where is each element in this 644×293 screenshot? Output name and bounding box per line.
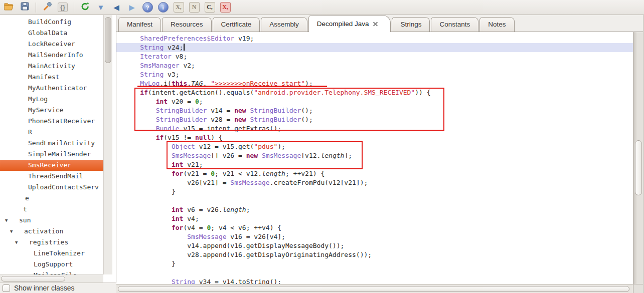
tab-label: Assembly [269,18,299,32]
xml-pane-button[interactable]: X, [173,2,185,14]
nav-down-icon: ▼ [97,4,105,11]
tab-notes[interactable]: Notes [479,17,514,32]
sidebar-item-lockreceiver[interactable]: LockReceiver [0,39,103,50]
code-line: StringBuilder v28 = new StringBuilder(); [116,115,633,124]
tab-label: Constants [439,18,470,32]
sidebar-item-logsupport[interactable]: LogSupport [0,259,103,270]
settings-wrench-icon [43,2,52,13]
code-line: MyLog.i(this.TAG, ">>>>>>>onReceive star… [116,79,633,88]
editor-vertical-scrollbar-thumb[interactable] [635,140,642,195]
code-line [116,268,633,277]
sidebar-item-activation[interactable]: ▼activation [0,226,103,237]
sidebar-item-registries[interactable]: ▼registries [0,237,103,248]
toolbar: {}▼◀▶?iX,NC,X, [0,0,644,15]
settings-wrench-button[interactable] [41,2,53,14]
sidebar-item-label: PhoneStatReceiver [0,117,95,125]
tab-assembly[interactable]: Assembly [261,17,307,32]
sidebar-horizontal-scrollbar-thumb[interactable] [1,276,65,281]
braces-button[interactable]: {} [57,2,69,14]
braces-icon: {} [58,3,68,12]
tree-expander-icon[interactable]: ▼ [15,237,18,248]
info-button[interactable]: i [157,2,169,14]
open-folder-button[interactable] [3,2,15,14]
sidebar-item-sun[interactable]: ▼sun [0,215,103,226]
tab-certificate[interactable]: Certificate [213,17,260,32]
code-line: int v21; [116,160,633,169]
code-line: } [116,187,633,196]
sidebar-item-linetokenizer[interactable]: LineTokenizer [0,248,103,259]
sidebar-footer: Show inner classes [0,282,116,293]
sidebar-item-myservice[interactable]: MyService [0,105,103,116]
sidebar-item-mailcapfile[interactable]: MailcapFile [0,270,103,274]
sidebar-item-label: MainActivity [0,62,75,70]
decompiled-java-code-view[interactable]: SharedPreferences$Editor v19;String v24;… [116,32,633,284]
sidebar-item-sendemailactivity[interactable]: SendEmailActivity [0,138,103,149]
code-line: SmsMessage[] v26 = new SmsMessage[v12.le… [116,151,633,160]
sidebar-item-globaldata[interactable]: GlobalData [0,28,103,39]
editor-vertical-scrollbar[interactable] [633,32,643,284]
code-line: String v24; [116,43,633,52]
notes-pane-button[interactable]: N [188,2,200,14]
nav-forward-button[interactable]: ▶ [126,2,138,14]
code-line: SmsManager v2; [116,61,633,70]
sidebar-item-simplemailsender[interactable]: SimpleMailSender [0,149,103,160]
sidebar-item-label: Manifest [0,73,60,81]
save-icon [21,2,29,13]
editor-horizontal-scrollbar-thumb[interactable] [118,286,629,292]
help-button[interactable]: ? [141,2,153,14]
sidebar-horizontal-scrollbar[interactable] [0,274,103,282]
code-line: String v3; [116,70,633,79]
sidebar-item-buildconfig[interactable]: BuildConfig [0,17,103,28]
notes-pane-icon: N [189,2,200,13]
editor-horizontal-scrollbar[interactable] [116,284,633,293]
save-button[interactable] [19,2,31,14]
sidebar-item-mailsenderinfo[interactable]: MailSenderInfo [0,50,103,61]
code-line: Bundle v15 = intent.getExtras(); [116,124,633,133]
sidebar-item-phonestatreceiver[interactable]: PhoneStatReceiver [0,116,103,127]
refresh-icon [81,2,90,13]
sidebar-vertical-scrollbar-thumb[interactable] [105,17,111,63]
tab-label: Resources [171,18,203,32]
sidebar-item-label: SmsReceiver [0,161,71,169]
code-line: int v4; [116,214,633,223]
code-line: SharedPreferences$Editor v19; [116,34,633,43]
tab-bar: ManifestResourcesCertificateAssemblyDeco… [116,15,644,32]
close-tab-icon[interactable] [373,21,378,27]
sidebar-item-myauthenticator[interactable]: MyAuthenticator [0,83,103,94]
close-pane-icon: X, [220,2,231,13]
tree-expander-icon[interactable]: ▼ [5,215,8,226]
code-line: int v20 = 0; [116,97,633,106]
sidebar-item-uploadcontactsserv[interactable]: UploadContactsServ [0,182,103,193]
sidebar-item-t[interactable]: t [0,204,103,215]
tab-decompiled-java[interactable]: Decompiled Java [308,15,391,32]
sidebar-item-label: SimpleMailSender [0,150,91,158]
close-pane-button[interactable]: X, [219,2,231,14]
refresh-button[interactable] [79,2,91,14]
show-inner-classes-checkbox[interactable] [3,284,10,292]
sidebar-item-label: UploadContactsServ [0,183,99,191]
tab-label: Decompiled Java [317,17,369,31]
class-tree[interactable]: BuildConfigGlobalDataLockReceiverMailSen… [0,15,103,274]
sidebar-item-label: LogSupport [0,260,73,268]
scrollbar-corner [633,284,643,293]
tab-resources[interactable]: Resources [162,17,212,32]
tab-strings[interactable]: Strings [392,17,430,32]
sidebar-item-label: registries [0,238,68,246]
sidebar-item-e[interactable]: e [0,193,103,204]
constants-pane-button[interactable]: C, [204,2,216,14]
sidebar-item-mylog[interactable]: MyLog [0,94,103,105]
sidebar-item-mainactivity[interactable]: MainActivity [0,61,103,72]
code-line: } [116,259,633,268]
tab-constants[interactable]: Constants [431,17,478,32]
nav-forward-icon: ▶ [129,4,135,11]
tree-expander-icon[interactable]: ▼ [10,226,13,237]
sidebar-item-smsreceiver[interactable]: SmsReceiver [0,160,103,171]
tab-manifest[interactable]: Manifest [118,17,161,32]
sidebar-vertical-scrollbar[interactable] [103,15,112,274]
nav-down-button[interactable]: ▼ [95,2,107,14]
sidebar-item-manifest[interactable]: Manifest [0,72,103,83]
code-line: v28.append(v16.getDisplayOriginatingAddr… [116,250,633,259]
sidebar-item-threadsendmail[interactable]: ThreadSendMail [0,171,103,182]
sidebar-item-r[interactable]: R [0,127,103,138]
nav-back-button[interactable]: ◀ [110,2,122,14]
